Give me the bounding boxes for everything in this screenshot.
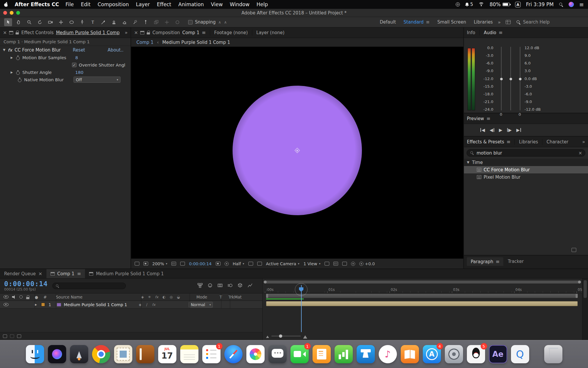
audio-slider-left[interactable] — [500, 77, 503, 81]
time-ruler[interactable]: :00s01s02s03s04s05s — [263, 285, 582, 293]
zoom-out-icon[interactable] — [266, 334, 269, 338]
panel-menu-icon[interactable]: ≡ — [77, 271, 81, 276]
dock-icon-quicktime[interactable]: Q — [511, 345, 529, 363]
workspace-item[interactable]: Default — [380, 19, 396, 25]
effects-search-box[interactable]: motion blur × — [467, 149, 585, 157]
menu-item[interactable]: Help — [257, 1, 268, 7]
panel-menu-icon[interactable]: ≡ — [202, 30, 206, 35]
dock-icon-pages[interactable] — [313, 345, 331, 363]
magnification-dropdown[interactable]: 200%▾ — [152, 261, 167, 266]
input-source-icon[interactable]: A — [515, 2, 521, 7]
dock-icon-trash[interactable] — [544, 345, 562, 363]
menu-item[interactable]: Composition — [98, 1, 129, 7]
dock-icon-system-preferences[interactable] — [445, 345, 463, 363]
panel-menu-icon[interactable]: ≡ — [499, 30, 502, 35]
collapse-category-icon[interactable]: ▼ — [467, 160, 469, 164]
shape-tool[interactable] — [68, 18, 76, 26]
panel-menu-icon[interactable]: ≡ — [507, 139, 510, 145]
zoom-slider[interactable] — [271, 336, 301, 336]
property-value[interactable]: 8 — [75, 55, 78, 60]
layer-duration-bar[interactable] — [266, 301, 578, 306]
menu-item[interactable]: Animation — [178, 1, 204, 7]
battery-status[interactable]: 80% — [490, 1, 510, 7]
dock-icon-siri[interactable] — [48, 345, 66, 363]
screen-record-icon[interactable] — [456, 2, 460, 6]
timeline-button-icon[interactable] — [342, 262, 347, 266]
layer-name[interactable]: Medium Purple Solid 1 Comp 1 — [64, 302, 139, 307]
menu-item[interactable]: Window — [230, 1, 250, 7]
effect-reset-link[interactable]: Reset — [73, 47, 85, 53]
motion-blur-icon[interactable] — [227, 283, 233, 289]
zoom-slider-knob[interactable] — [279, 334, 282, 338]
audio-column-icon[interactable] — [12, 295, 16, 299]
layer-row[interactable]: ▶ 1 Medium Purple Solid 1 Comp 1 ◈/fx No… — [0, 301, 262, 309]
grid-options-icon[interactable] — [171, 262, 176, 266]
spotlight-icon[interactable] — [559, 2, 563, 7]
workspace-item[interactable]: Small Screen — [437, 19, 466, 25]
clone-stamp-tool[interactable] — [110, 18, 118, 26]
stopwatch-icon[interactable] — [18, 78, 22, 82]
channel-icon[interactable] — [225, 262, 229, 266]
menu-item[interactable]: View — [211, 1, 223, 7]
collapse-effect-icon[interactable]: ▼ — [3, 48, 5, 52]
snapping-toggle[interactable]: Snapping — [188, 19, 216, 25]
property-value[interactable]: 180 — [75, 70, 83, 75]
brush-tool[interactable] — [99, 18, 107, 26]
render-queue-tab[interactable]: Render Queue× — [0, 269, 46, 278]
comp-timeline-tab[interactable]: Comp 1≡ — [46, 269, 85, 278]
layer-label-color[interactable] — [41, 303, 45, 306]
effect-list-item[interactable]: Pixel Motion Blur — [464, 173, 588, 181]
dock-icon-calendar[interactable]: JUL 17 — [158, 345, 176, 363]
workspace-menu-icon[interactable]: ≡ — [426, 19, 430, 25]
override-checkbox[interactable]: ✓ — [72, 63, 76, 67]
camera-tool[interactable] — [46, 18, 54, 26]
audio-slider-right[interactable] — [519, 77, 522, 81]
expand-transfer-icon[interactable] — [10, 334, 14, 338]
dock-icon-notes[interactable] — [180, 345, 198, 363]
composition-tab[interactable]: Composition — [152, 30, 180, 35]
shy-layers-icon[interactable] — [207, 283, 213, 289]
effect-list-item[interactable]: CC Force Motion Blur — [464, 166, 588, 173]
effects-presets-tab[interactable]: Effects & Presets — [467, 139, 504, 145]
eraser-tool[interactable] — [121, 18, 128, 26]
last-frame-button[interactable]: ▶ — [516, 127, 521, 133]
menu-item[interactable]: File — [66, 1, 74, 7]
zoom-in-icon[interactable] — [303, 333, 307, 339]
effect-controls-tab[interactable]: Effect Controls — [21, 30, 54, 35]
menu-item[interactable]: Edit — [81, 1, 91, 7]
info-tab[interactable]: Info — [467, 30, 475, 35]
flowchart-icon[interactable] — [351, 262, 355, 266]
camera-dropdown[interactable]: Active Camera▾ — [266, 261, 300, 266]
workspace-grid-icon[interactable] — [506, 20, 511, 24]
dock-icon-chrome[interactable] — [92, 345, 110, 363]
mode-column-header[interactable]: Mode — [189, 295, 220, 299]
dock-icon-safari[interactable] — [224, 345, 243, 363]
lock-icon[interactable] — [147, 31, 150, 34]
dock-icon-reminders[interactable]: 1 — [202, 345, 220, 363]
dock-icon-books[interactable] — [401, 345, 419, 363]
transparency-grid-icon[interactable] — [257, 262, 262, 266]
puppet-pin-tool[interactable] — [142, 18, 150, 26]
clear-search-icon[interactable]: × — [578, 150, 582, 156]
timeline-track-area[interactable]: :00s01s02s03s04s05s — [263, 279, 588, 340]
app-menu-title[interactable]: After Effects CC — [15, 1, 59, 7]
region-of-interest-icon[interactable] — [248, 262, 253, 266]
workspace-item[interactable]: Standard≡ — [404, 19, 430, 25]
menu-item[interactable]: Effect — [157, 1, 171, 7]
close-tab-icon[interactable]: × — [38, 271, 42, 276]
effect-controls-target[interactable]: Medium Purple Solid 1 Comp — [56, 30, 119, 35]
graph-editor-icon[interactable] — [247, 283, 253, 289]
siri-icon[interactable] — [569, 2, 574, 7]
snapshot-icon[interactable] — [216, 262, 220, 266]
search-help-box[interactable]: Search Help — [516, 19, 584, 25]
expand-property-icon[interactable]: ▶ — [11, 56, 14, 59]
pixel-aspect-icon[interactable] — [325, 262, 329, 266]
selection-tool[interactable] — [4, 18, 12, 26]
draft-3d-icon[interactable] — [237, 283, 243, 289]
panel-overflow-icon[interactable]: » — [125, 30, 128, 35]
panel-overflow-icon[interactable]: » — [582, 139, 585, 145]
dock-icon-keynote[interactable] — [357, 345, 375, 363]
footage-tab[interactable]: Footage (none) — [214, 30, 248, 35]
dock-icon-launchpad[interactable] — [70, 345, 88, 363]
rotate-tool[interactable] — [36, 18, 44, 26]
